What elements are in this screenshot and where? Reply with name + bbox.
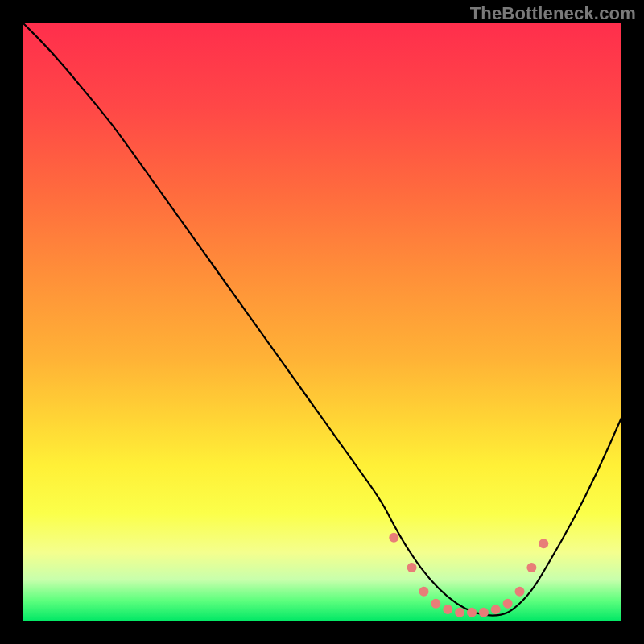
chart-svg [23, 23, 621, 621]
gradient-background [23, 23, 621, 621]
highlight-dot [467, 608, 477, 617]
highlight-dot [515, 587, 525, 597]
chart-stage: TheBottleneck.com [0, 0, 644, 644]
highlight-dot [419, 587, 428, 597]
highlight-dot [455, 608, 464, 617]
highlight-dot [407, 563, 417, 572]
highlight-dot [503, 599, 513, 609]
chart-plot [23, 23, 621, 621]
highlight-dot [389, 533, 398, 543]
highlight-dot [443, 605, 452, 614]
highlight-dot [539, 539, 548, 548]
highlight-dot [526, 563, 536, 572]
highlight-dot [479, 608, 489, 617]
watermark-text: TheBottleneck.com [470, 3, 636, 24]
highlight-dot [491, 605, 501, 614]
highlight-dot [431, 599, 440, 609]
